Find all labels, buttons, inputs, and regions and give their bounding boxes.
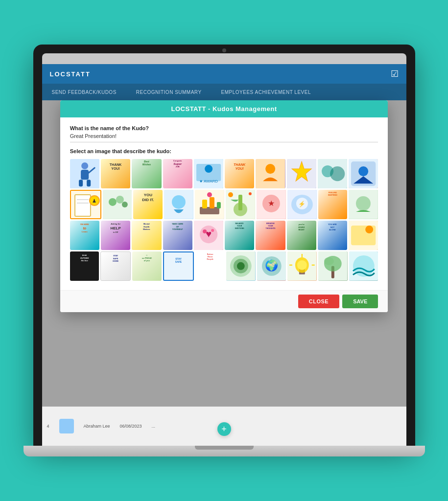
svg-rect-5 [87, 180, 91, 186]
svg-point-19 [358, 166, 368, 176]
sticker-36[interactable] [226, 251, 256, 281]
kudo-name-label: What is the name of the Kudo? [70, 125, 378, 131]
laptop-base [24, 446, 425, 456]
svg-rect-34 [202, 200, 207, 208]
sticker-2[interactable]: THANKYOU! [101, 159, 130, 188]
sticker-37[interactable]: 🌍 [257, 251, 286, 281]
svg-point-55 [203, 229, 207, 233]
svg-point-51 [356, 196, 371, 211]
date: 06/08/2023 [120, 424, 142, 429]
sticker-row-1: THANKYOU! BestWishes CongratsSuperJOB [70, 159, 378, 188]
svg-text:★: ★ [268, 199, 275, 207]
sticker-1[interactable] [70, 159, 99, 188]
sticker-34[interactable]: STAYSAFE [163, 251, 194, 281]
sticker-22[interactable]: Asking forHELPis OK [101, 221, 130, 250]
svg-point-42 [249, 192, 252, 195]
sticker-32[interactable]: STAYSAFEHOME [100, 251, 131, 281]
svg-rect-2 [81, 170, 89, 180]
svg-point-31 [172, 195, 186, 209]
sticker-21[interactable]: I'M HEREtoListen [70, 221, 99, 250]
sticker-11[interactable]: ♟ [70, 190, 101, 219]
svg-point-27 [109, 198, 117, 206]
modal-body: What is the name of the Kudo? Great Pres… [60, 117, 388, 290]
sticker-19[interactable]: FEELINGINSPIRED [318, 190, 348, 219]
logo: LOCSTATT [50, 70, 91, 78]
svg-text:🌍: 🌍 [265, 259, 279, 272]
sticker-39[interactable] [318, 251, 348, 281]
sticker-9[interactable] [318, 159, 347, 188]
sticker-26[interactable]: BALANCEYOUREMOTIONS [225, 221, 254, 250]
sticker-4[interactable]: CongratsSuperJOB [163, 159, 192, 188]
svg-point-70 [297, 260, 307, 270]
sticker-15[interactable] [195, 190, 224, 219]
sticker-row-3: I'M HEREtoListen Asking forHELPis OK Men… [70, 221, 378, 250]
svg-rect-40 [238, 195, 242, 210]
sticker-grid: THANKYOU! BestWishes CongratsSuperJOB [70, 159, 378, 281]
sticker-14[interactable] [164, 190, 193, 219]
sticker-38[interactable] [287, 251, 317, 281]
app-container: LOCSTATT ☑ SEND FEEDBACK/KUDOS RECOGNITI… [42, 64, 406, 446]
nav-item-achievement[interactable]: EMPLOYEES ACHIEVEMENT LEVEL [212, 84, 321, 100]
sticker-13[interactable]: YOUDID IT. [133, 190, 163, 219]
sticker-16[interactable] [226, 190, 255, 219]
kudos-modal: LOCSTATT - Kudos Management What is the … [60, 100, 388, 312]
sticker-33[interactable]: ☺so PROUDof you [132, 251, 162, 281]
sticker-31[interactable]: thinkOUTSIDEthe box [70, 251, 99, 281]
sticker-27[interactable]: BREATHEYOURTHOUGHTS [256, 221, 285, 250]
sticker-7[interactable] [256, 159, 285, 188]
modal-overlay: LOCSTATT - Kudos Management What is the … [42, 100, 406, 446]
sticker-5[interactable]: ★ AWARD [194, 159, 223, 188]
sticker-40[interactable] [349, 251, 378, 281]
svg-rect-21 [75, 195, 91, 216]
sticker-row-2: ♟ [70, 190, 378, 219]
sticker-29[interactable]: YOU ARENOTALONE [318, 221, 347, 250]
svg-point-37 [207, 192, 212, 197]
sticker-24[interactable]: TAKE CAREOFYOURSELF [163, 221, 192, 250]
add-fab-button[interactable]: + [217, 422, 231, 436]
svg-point-11 [265, 164, 275, 174]
sticker-20[interactable] [349, 190, 378, 219]
nav-item-feedback[interactable]: SEND FEEDBACK/KUDOS [42, 84, 126, 100]
svg-text:♥: ♥ [206, 228, 212, 239]
svg-point-77 [324, 257, 334, 265]
sticker-18[interactable]: ⚡ [287, 190, 317, 219]
sticker-23[interactable]: MentalHealthMatters [132, 221, 161, 250]
svg-rect-36 [217, 202, 221, 208]
svg-point-56 [211, 229, 214, 232]
notifications-icon: ☑ [391, 68, 399, 79]
sticker-28[interactable]: you'reDOINGRIGHT [287, 221, 316, 250]
sticker-35[interactable]: ReduceReuseRecycle [195, 251, 225, 281]
svg-text:★ AWARD: ★ AWARD [199, 179, 218, 183]
svg-point-28 [116, 196, 123, 204]
employee-name: Abraham Lee [84, 424, 110, 429]
sticker-30[interactable] [349, 221, 378, 250]
svg-rect-35 [210, 197, 214, 208]
kudo-name-value: Great Presentation! [70, 133, 378, 139]
top-bar: LOCSTATT ☑ [42, 64, 406, 84]
close-button[interactable]: CLOSE [298, 295, 339, 308]
modal-header: LOCSTATT - Kudos Management [60, 100, 388, 117]
svg-point-16 [330, 166, 345, 181]
sticker-8[interactable] [287, 159, 316, 188]
svg-point-63 [237, 262, 245, 270]
sticker-25[interactable]: ♥ [194, 221, 223, 250]
modal-title: LOCSTATT - Kudos Management [171, 105, 277, 113]
svg-point-29 [121, 202, 127, 207]
svg-point-8 [205, 165, 212, 173]
svg-point-1 [81, 162, 88, 169]
laptop-screen: LOCSTATT ☑ SEND FEEDBACK/KUDOS RECOGNITI… [42, 53, 406, 446]
nav-item-recognition[interactable]: RECOGNITION SUMMARY [126, 84, 212, 100]
sticker-10[interactable] [349, 159, 378, 188]
sticker-3[interactable]: BestWishes [132, 159, 161, 188]
sticker-6[interactable]: THANKYOU! [225, 159, 254, 188]
field-divider [70, 142, 378, 142]
save-button[interactable]: SAVE [342, 295, 378, 308]
sticker-17[interactable]: ★ [257, 190, 286, 219]
row-number: 4 [47, 424, 49, 429]
more-icon[interactable]: ... [152, 424, 156, 429]
svg-point-41 [228, 192, 233, 197]
sticker-12[interactable] [103, 190, 132, 219]
image-select-label: Select an image that describe the kudo: [70, 148, 378, 154]
nav-bar: SEND FEEDBACK/KUDOS RECOGNITION SUMMARY … [42, 84, 406, 100]
svg-point-59 [365, 226, 373, 233]
